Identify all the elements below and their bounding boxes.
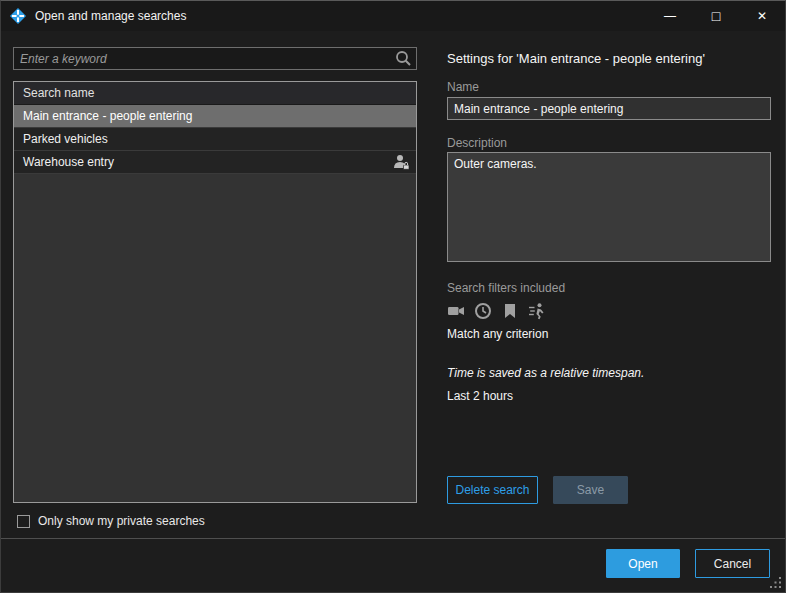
search-filter-icons [447, 302, 546, 320]
resize-grip[interactable] [770, 577, 782, 589]
match-criterion-text: Match any criterion [447, 327, 771, 341]
cancel-button[interactable]: Cancel [695, 549, 770, 578]
description-label: Description [447, 136, 771, 150]
private-searches-checkbox-label: Only show my private searches [38, 514, 205, 528]
minimize-button[interactable]: — [647, 1, 693, 31]
private-searches-checkbox[interactable] [17, 515, 30, 528]
private-search-icon [392, 154, 410, 170]
relative-timespan-note: Time is saved as a relative timespan. [447, 366, 771, 380]
close-button[interactable]: ✕ [739, 1, 785, 31]
app-logo-icon [10, 8, 26, 24]
delete-search-button[interactable]: Delete search [447, 476, 538, 504]
bookmark-icon [501, 302, 519, 320]
window-title: Open and manage searches [35, 9, 186, 23]
list-column-header[interactable]: Search name [14, 82, 416, 105]
camera-icon [447, 302, 465, 320]
timespan-value: Last 2 hours [447, 389, 771, 403]
settings-panel-title: Settings for 'Main entrance - people ent… [447, 51, 771, 66]
list-item-parked-vehicles[interactable]: Parked vehicles [14, 128, 416, 151]
name-field[interactable] [447, 97, 771, 120]
private-searches-filter: Only show my private searches [17, 514, 205, 528]
save-button[interactable]: Save [553, 476, 628, 504]
motion-person-icon [528, 302, 546, 320]
keyword-search-box [13, 47, 417, 70]
saved-searches-list: Search name Main entrance - people enter… [13, 81, 417, 503]
titlebar: Open and manage searches — □ ✕ [1, 1, 785, 31]
clock-icon [474, 302, 492, 320]
open-button[interactable]: Open [606, 549, 680, 578]
search-filters-label: Search filters included [447, 281, 771, 295]
search-icon [395, 50, 412, 67]
open-and-manage-searches-dialog: Open and manage searches — □ ✕ Search na… [0, 0, 786, 593]
keyword-search-input[interactable] [14, 48, 395, 69]
list-item-warehouse-entry[interactable]: Warehouse entry [14, 151, 416, 174]
maximize-button[interactable]: □ [693, 1, 739, 31]
footer-divider [1, 538, 785, 539]
description-field[interactable]: Outer cameras. [447, 152, 771, 262]
name-label: Name [447, 80, 771, 94]
list-item-main-entrance[interactable]: Main entrance - people entering [14, 105, 416, 128]
